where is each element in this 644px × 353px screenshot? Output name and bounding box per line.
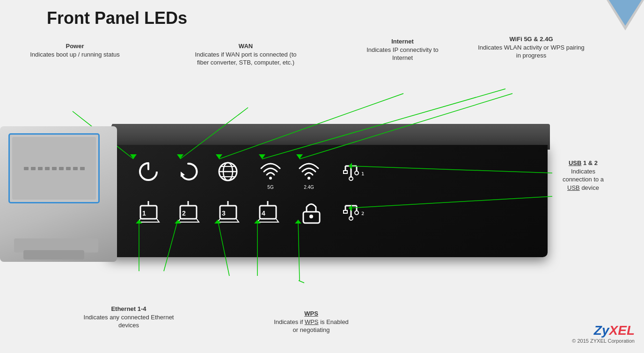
wifi5g-label: 5G [256,185,285,190]
wifi-annotation: WiFi 5G & 2.4G Indicates WLAN activity o… [477,35,585,60]
usb1-led-icon: ₁ [342,161,372,182]
wan-annotation-desc: Indicates if WAN port is connected (to f… [194,50,297,67]
eth1-led: 1 [136,199,161,226]
mini-leds [24,167,85,170]
eth3-led: 3 [215,199,241,226]
eth4-led: 4 [255,199,281,226]
ethernet-annotation-desc: Indicates any connected Ethernet devices [82,313,176,330]
internet-annotation-title: Internet [356,37,449,46]
svg-point-39 [355,211,359,215]
svg-point-32 [309,215,313,218]
svg-text:₂: ₂ [361,209,364,216]
eth2-led: 2 [176,199,201,226]
usb2-led: ₂ [342,201,372,224]
wps-annotation-title: WPS [260,310,363,318]
wan-led-icon [176,159,201,185]
zoom-device-box [8,133,100,203]
wifi5g-led-icon [256,157,285,185]
svg-text:4: 4 [262,209,265,217]
svg-point-9 [307,177,310,180]
usb-annotation: USB 1 & 2 Indicatesconnection to aUSB de… [536,159,630,192]
wps-led [299,199,324,226]
svg-point-16 [355,171,359,175]
zoom-device-inner [12,137,96,200]
footer-logo: ZyXEL © 2015 ZYXEL Corporation [572,323,635,344]
page-title-area: Front Panel LEDs [47,8,187,28]
internet-led-icon [215,159,241,185]
internet-annotation-desc: Indicates IP connectivity to Internet [356,46,449,62]
ethernet-annotation: Ethernet 1-4 Indicates any connected Eth… [82,305,176,330]
wan-led [176,159,201,187]
page-title: Front Panel LEDs [47,8,187,28]
eth2-led-icon: 2 [176,199,201,224]
internet-led [215,159,241,187]
svg-text:2: 2 [182,209,186,217]
svg-text:₁: ₁ [361,169,364,177]
wifi5g-led: 5G [256,157,285,190]
logo-decoration [607,0,644,30]
svg-point-8 [269,177,272,180]
wifi-annotation-desc: Indicates WLAN activity or WPS pairing i… [477,43,585,60]
usb-annotation-title: USB 1 & 2 [536,159,630,167]
copyright-text: © 2015 ZYXEL Corporation [572,338,635,344]
wifi-annotation-title: WiFi 5G & 2.4G [477,35,585,43]
wifi24g-label: 2.4G [295,185,323,190]
power-annotation-desc: Indicates boot up / running status [28,50,122,59]
eth4-led-icon: 4 [255,199,281,224]
wps-annotation: WPS Indicates if WPS is Enabledor negoti… [260,310,363,334]
brand-name: ZyXEL [572,323,635,338]
power-led [136,159,161,187]
wifi24g-led-icon [295,157,323,185]
wps-annotation-desc: Indicates if WPS is Enabledor negotiatin… [260,318,363,334]
internet-annotation: Internet Indicates IP connectivity to In… [356,37,449,62]
ethernet-annotation-title: Ethernet 1-4 [82,305,176,313]
svg-rect-38 [344,210,347,213]
wifi24g-led: 2.4G [295,157,323,190]
power-annotation-title: Power [28,42,122,50]
eth3-led-icon: 3 [215,199,241,224]
wan-annotation: WAN Indicates if WAN port is connected (… [194,42,297,67]
usb-annotation-desc: Indicatesconnection to aUSB device [536,167,630,192]
svg-line-58 [299,281,304,283]
power-led-icon [136,159,161,185]
wps-led-icon [299,199,324,224]
power-annotation: Power Indicates boot up / running status [28,42,122,58]
wan-annotation-title: WAN [194,42,297,50]
usb1-led: ₁ [342,161,372,184]
svg-text:1: 1 [142,209,146,217]
eth1-led-icon: 1 [136,199,161,224]
svg-text:3: 3 [222,209,226,217]
svg-rect-15 [344,171,347,173]
usb2-led-icon: ₂ [342,201,372,222]
router-gray-foot [23,250,84,259]
router-front-panel: 5G 2.4G ₁ 1 [108,145,548,257]
